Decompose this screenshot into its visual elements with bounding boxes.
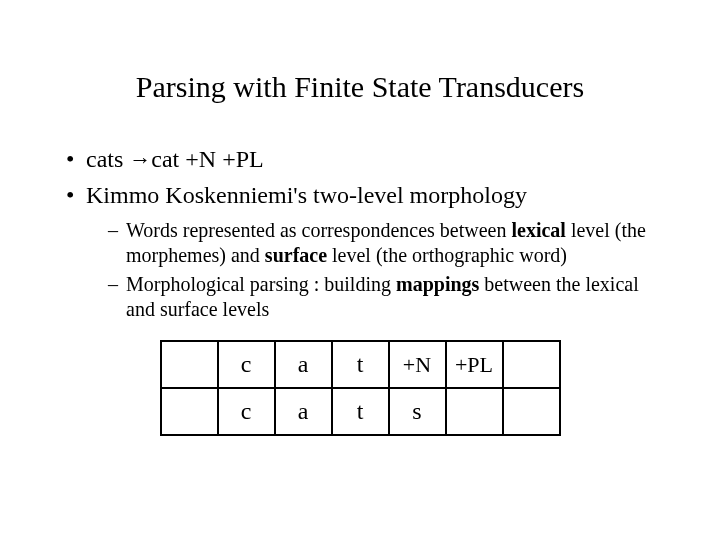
sub1-a: Words represented as correspondences bet… — [126, 219, 511, 241]
levels-table: c a t +N +PL c a t s — [160, 340, 561, 436]
right-arrow-icon: → — [129, 147, 151, 172]
sub2-a: Morphological parsing : building — [126, 273, 396, 295]
cell-surf-t: t — [332, 388, 389, 435]
sub1-e: level (the orthographic word) — [327, 244, 567, 266]
cell-surf-s: s — [389, 388, 446, 435]
cell-lex-c: c — [218, 341, 275, 388]
cell-surf-blank0 — [161, 388, 218, 435]
sub-bullet-list: Words represented as correspondences bet… — [60, 218, 660, 322]
table-row: c a t +N +PL — [161, 341, 560, 388]
sub1-lexical: lexical — [511, 219, 565, 241]
cell-lex-a: a — [275, 341, 332, 388]
cell-lex-blank0 — [161, 341, 218, 388]
sub-bullet-levels: Words represented as correspondences bet… — [108, 218, 660, 268]
cell-lex-t: t — [332, 341, 389, 388]
bullet-cats-post: cat +N +PL — [151, 146, 263, 172]
cell-surf-blank5 — [446, 388, 503, 435]
bullet-cats-pre: cats — [86, 146, 129, 172]
cell-surf-c: c — [218, 388, 275, 435]
cell-lex-n: +N — [389, 341, 446, 388]
bullet-kimmo: Kimmo Koskenniemi's two-level morphology — [66, 180, 660, 210]
top-bullet-list: cats →cat +N +PL Kimmo Koskenniemi's two… — [60, 144, 660, 210]
sub1-surface: surface — [265, 244, 327, 266]
slide: Parsing with Finite State Transducers ca… — [0, 0, 720, 540]
sub2-mappings: mappings — [396, 273, 479, 295]
cell-surf-blank6 — [503, 388, 560, 435]
sub-bullet-mappings: Morphological parsing : building mapping… — [108, 272, 660, 322]
levels-table-wrap: c a t +N +PL c a t s — [60, 340, 660, 436]
bullet-cats-example: cats →cat +N +PL — [66, 144, 660, 174]
cell-surf-a: a — [275, 388, 332, 435]
cell-lex-blank6 — [503, 341, 560, 388]
table-row: c a t s — [161, 388, 560, 435]
cell-lex-pl: +PL — [446, 341, 503, 388]
slide-title: Parsing with Finite State Transducers — [60, 70, 660, 104]
